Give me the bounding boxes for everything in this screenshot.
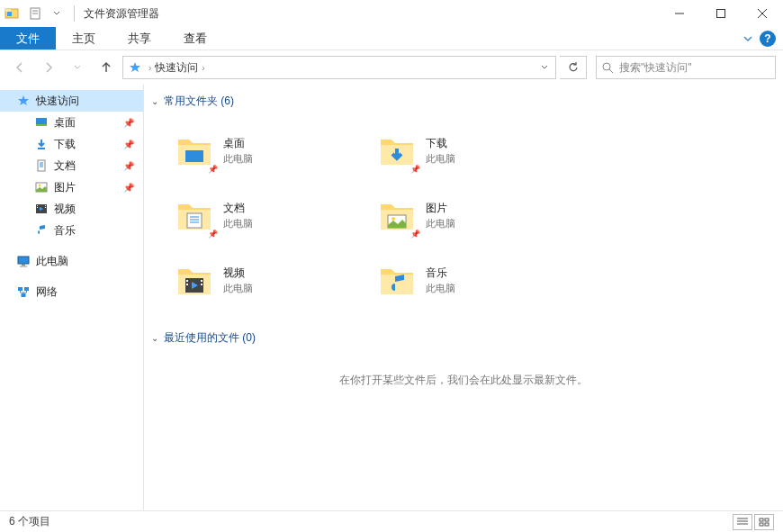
ribbon-expand-icon[interactable] bbox=[743, 34, 752, 43]
maximize-button[interactable] bbox=[700, 0, 742, 27]
sidebar-item-downloads[interactable]: 下载 📌 bbox=[0, 133, 143, 155]
this-pc-icon bbox=[16, 254, 31, 268]
tree-label: 桌面 bbox=[54, 115, 76, 131]
address-dropdown-icon[interactable] bbox=[536, 64, 554, 71]
breadcrumb-separator[interactable]: › bbox=[202, 63, 204, 73]
pin-icon: 📌 bbox=[208, 165, 218, 174]
nav-forward-button[interactable] bbox=[36, 55, 61, 80]
svg-rect-13 bbox=[36, 124, 47, 126]
minimize-button[interactable] bbox=[659, 0, 700, 27]
nav-back-button[interactable] bbox=[7, 55, 32, 80]
ribbon-tab-view[interactable]: 查看 bbox=[167, 27, 223, 50]
qat-properties-icon[interactable] bbox=[25, 4, 45, 23]
item-count: 6 个项目 bbox=[9, 514, 50, 529]
svg-rect-54 bbox=[765, 523, 769, 526]
folder-icon bbox=[175, 260, 214, 300]
desktop-icon bbox=[34, 115, 49, 130]
folder-location: 此电脑 bbox=[223, 217, 253, 230]
svg-rect-53 bbox=[760, 523, 763, 526]
sidebar-item-music[interactable]: 音乐 bbox=[0, 220, 143, 241]
svg-rect-1 bbox=[5, 9, 11, 12]
search-input[interactable] bbox=[619, 61, 770, 74]
breadcrumb-current[interactable]: 快速访问 bbox=[155, 60, 198, 76]
nav-history-dropdown[interactable] bbox=[65, 55, 90, 80]
sidebar-item-videos[interactable]: 视频 bbox=[0, 198, 143, 220]
quick-access-icon bbox=[129, 61, 141, 74]
folder-name: 视频 bbox=[223, 266, 253, 281]
folder-item-videos[interactable]: 视频 此电脑 bbox=[169, 248, 372, 312]
search-box[interactable] bbox=[596, 56, 776, 79]
svg-rect-47 bbox=[201, 284, 202, 285]
tree-label: 图片 bbox=[54, 180, 76, 195]
svg-line-11 bbox=[609, 69, 613, 73]
svg-rect-46 bbox=[201, 280, 202, 282]
chevron-down-icon: ⌄ bbox=[151, 333, 158, 343]
window-title: 文件资源管理器 bbox=[84, 6, 159, 22]
svg-rect-31 bbox=[22, 293, 26, 297]
svg-rect-15 bbox=[38, 160, 45, 171]
pin-icon: 📌 bbox=[123, 183, 134, 193]
sidebar-item-documents[interactable]: 文档 📌 bbox=[0, 155, 143, 176]
refresh-button[interactable] bbox=[560, 56, 587, 79]
close-button[interactable] bbox=[742, 0, 783, 27]
chevron-down-icon: ⌄ bbox=[151, 96, 158, 106]
folder-item-music[interactable]: 音乐 此电脑 bbox=[372, 248, 574, 312]
folder-name: 音乐 bbox=[426, 266, 455, 281]
folder-name: 桌面 bbox=[223, 136, 253, 151]
view-icons-button[interactable] bbox=[754, 514, 774, 530]
sidebar-item-network[interactable]: 网络 bbox=[0, 281, 143, 302]
folder-name: 文档 bbox=[223, 201, 253, 216]
svg-point-42 bbox=[392, 217, 395, 221]
status-bar: 6 个项目 bbox=[0, 510, 783, 532]
address-toolbar: › 快速访问 › bbox=[0, 50, 783, 85]
svg-rect-52 bbox=[765, 518, 769, 521]
folder-location: 此电脑 bbox=[426, 152, 455, 166]
tree-label: 此电脑 bbox=[36, 254, 68, 269]
folder-item-downloads[interactable]: 📌 下载 此电脑 bbox=[372, 118, 574, 183]
qat-dropdown-icon[interactable] bbox=[47, 4, 67, 23]
address-bar[interactable]: › 快速访问 › bbox=[122, 56, 556, 79]
tree-label: 快速访问 bbox=[36, 94, 79, 109]
videos-icon bbox=[34, 202, 49, 216]
music-icon bbox=[34, 223, 49, 238]
folder-icon bbox=[377, 260, 417, 300]
ribbon-tab-share[interactable]: 共享 bbox=[112, 27, 167, 50]
navigation-pane: 快速访问 桌面 📌 下载 📌 文档 📌 图片 bbox=[0, 85, 144, 510]
folder-name: 图片 bbox=[426, 201, 455, 216]
pin-icon: 📌 bbox=[123, 140, 134, 149]
svg-rect-22 bbox=[37, 205, 38, 206]
sidebar-item-pictures[interactable]: 图片 📌 bbox=[0, 176, 143, 198]
tree-label: 网络 bbox=[36, 284, 58, 300]
ribbon-file-tab[interactable]: 文件 bbox=[0, 27, 56, 50]
nav-up-button[interactable] bbox=[94, 55, 119, 80]
pictures-icon bbox=[34, 180, 49, 194]
svg-rect-44 bbox=[186, 280, 188, 282]
folder-item-documents[interactable]: 📌 文档 此电脑 bbox=[169, 183, 372, 248]
svg-rect-37 bbox=[187, 213, 202, 228]
pin-icon: 📌 bbox=[410, 230, 420, 239]
svg-point-10 bbox=[603, 63, 610, 70]
folder-item-desktop[interactable]: 📌 桌面 此电脑 bbox=[169, 118, 372, 183]
svg-rect-2 bbox=[7, 12, 12, 16]
view-details-button[interactable] bbox=[733, 514, 752, 530]
search-icon bbox=[602, 62, 614, 74]
folder-location: 此电脑 bbox=[426, 217, 455, 230]
sidebar-item-quick-access[interactable]: 快速访问 bbox=[0, 90, 143, 112]
svg-point-20 bbox=[39, 185, 41, 187]
group-title: 常用文件夹 (6) bbox=[164, 94, 234, 109]
group-header-recent[interactable]: ⌄ 最近使用的文件 (0) bbox=[151, 330, 776, 346]
sidebar-item-this-pc[interactable]: 此电脑 bbox=[0, 250, 143, 272]
svg-rect-7 bbox=[717, 10, 725, 18]
app-icon bbox=[4, 5, 20, 22]
tree-label: 音乐 bbox=[54, 223, 76, 239]
svg-rect-26 bbox=[18, 257, 29, 264]
folder-item-pictures[interactable]: 📌 图片 此电脑 bbox=[372, 183, 574, 248]
svg-rect-51 bbox=[760, 518, 763, 521]
tree-label: 视频 bbox=[54, 202, 76, 217]
content-pane: ⌄ 常用文件夹 (6) 📌 桌面 此电脑 📌 bbox=[144, 85, 783, 510]
sidebar-item-desktop[interactable]: 桌面 📌 bbox=[0, 112, 143, 133]
ribbon-tab-home[interactable]: 主页 bbox=[56, 27, 112, 50]
help-icon[interactable]: ? bbox=[760, 31, 776, 47]
group-header-frequent[interactable]: ⌄ 常用文件夹 (6) bbox=[151, 94, 776, 109]
svg-rect-30 bbox=[24, 287, 29, 291]
